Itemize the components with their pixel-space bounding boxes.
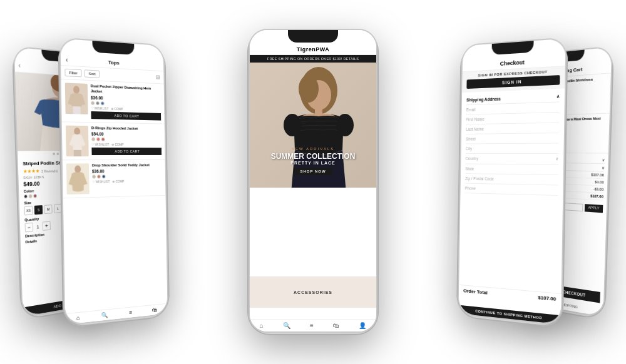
phone-left1: ‹ Tops Filter Sort ⊞ xyxy=(58,37,170,328)
menu-icon-l1[interactable]: ≡ xyxy=(129,309,132,315)
add-cart-2[interactable]: ADD TO CART xyxy=(91,148,162,155)
product-thumb-3 xyxy=(66,163,90,195)
sort-button[interactable]: Sort xyxy=(85,69,100,78)
phone-center: TigrenPWA FREE SHIPPING ON ORDERS OVER $… xyxy=(247,29,379,335)
add-cart-1[interactable]: ADD TO CART xyxy=(91,111,161,120)
scene: ‹ xyxy=(0,0,626,364)
hero-text: NEW ARRIVALS SUMMER COLLECTION PRETTY IN… xyxy=(250,147,376,175)
left1-bottom-nav: ⌂ 🔍 ≡ 🛍 xyxy=(65,303,168,325)
color-dot-2c[interactable] xyxy=(101,138,105,141)
cart-order-total-value: $107.00 xyxy=(590,194,603,198)
promo-banner[interactable]: FREE SHIPPING ON ORDERS OVER $100! DETAI… xyxy=(250,55,376,63)
nav-home-icon[interactable]: ⌂ xyxy=(260,322,264,329)
wishlist-link-3[interactable]: ♡ WISHLIST xyxy=(92,180,110,185)
product-item-1: Dual Pocket Zipper Drawstring Hem Jacket… xyxy=(61,79,165,124)
product-info-2: D-Rings Zip Hooded Jacket $54.00 ♡ WISHL… xyxy=(91,126,162,156)
qty-increase[interactable]: + xyxy=(43,221,51,231)
back-arrow-left1[interactable]: ‹ xyxy=(66,56,68,64)
center-app-header: TigrenPWA xyxy=(250,44,376,55)
svg-rect-9 xyxy=(74,149,81,156)
app-name: TigrenPWA xyxy=(297,46,329,53)
notch-right1 xyxy=(491,41,533,55)
product-info-3: Drop Shoulder Solid Teddy Jacket $36.00 … xyxy=(92,163,162,193)
grid-icon[interactable]: ⊞ xyxy=(156,74,160,80)
shop-now-button[interactable]: SHOP NOW xyxy=(294,168,332,175)
size-m[interactable]: M xyxy=(44,205,53,214)
size-xs[interactable]: XS xyxy=(24,206,33,215)
nav-bag-icon[interactable]: 🛍 xyxy=(333,322,339,329)
product-name-1: Dual Pocket Zipper Drawstring Hem Jacket xyxy=(91,84,161,96)
product-price-3: $36.00 xyxy=(92,169,162,174)
compare-link-2[interactable]: ⊕ COMP xyxy=(111,143,123,146)
back-icon-left2[interactable]: ‹ xyxy=(18,62,21,69)
product-name-2: D-Rings Zip Hooded Jacket xyxy=(91,126,162,132)
filter-button[interactable]: Filter xyxy=(64,69,82,78)
nav-user-icon[interactable]: 👤 xyxy=(359,322,366,329)
compare-link-1[interactable]: ⊕ COMP xyxy=(111,106,123,111)
product-item-2: D-Rings Zip Hooded Jacket $54.00 ♡ WISHL… xyxy=(62,122,165,160)
product-thumb-2 xyxy=(66,125,89,156)
notch-left1 xyxy=(92,41,134,55)
order-total-bar: Order Total $107.00 xyxy=(459,285,562,305)
wishlist-link-1[interactable]: ♡ WISHLIST xyxy=(91,106,108,110)
field-city[interactable]: City xyxy=(466,143,559,154)
bag-icon-l1[interactable]: 🛍 xyxy=(152,306,157,313)
product-thumb-1 xyxy=(65,83,88,114)
field-lastname[interactable]: Last Name xyxy=(466,123,559,134)
order-total-label: Order Total xyxy=(463,288,488,295)
center-bottom-nav: ⌂ 🔍 ≡ 🛍 👤 xyxy=(250,319,376,331)
product-item-3: Drop Shoulder Solid Teddy Jacket $36.00 … xyxy=(63,159,166,198)
subtotal-value: $107.00 xyxy=(591,173,604,177)
gift-options-toggle[interactable]: ∨ xyxy=(602,165,604,169)
hero-title: SUMMER COLLECTION xyxy=(250,152,376,161)
shipping-label: Shipping Address xyxy=(466,96,501,102)
tax-value: $3.00 xyxy=(595,180,603,185)
compare-link-3[interactable]: ⊕ COMP xyxy=(112,179,124,183)
svg-point-17 xyxy=(284,114,301,136)
color-dot-2b[interactable] xyxy=(96,138,100,141)
nav-menu-icon[interactable]: ≡ xyxy=(310,322,314,329)
size-s[interactable]: S xyxy=(34,205,43,215)
hero-section: NEW ARRIVALS SUMMER COLLECTION PRETTY IN… xyxy=(250,63,376,188)
color-dot-3b[interactable] xyxy=(97,175,101,179)
product-stars: ★★★★ xyxy=(23,168,40,174)
wishlist-link-2[interactable]: ♡ WISHLIST xyxy=(91,143,109,146)
svg-point-15 xyxy=(299,75,319,103)
color-option-dark[interactable] xyxy=(24,195,28,199)
nav-search-icon[interactable]: 🔍 xyxy=(283,322,290,329)
phone-right1: Checkout SIGN IN FOR EXPRESS CHECKOUT SI… xyxy=(456,37,568,328)
field-street[interactable]: Street xyxy=(466,133,559,144)
continue-shipping-button[interactable]: CONTINUE TO SHIPPING METHOD xyxy=(458,305,561,325)
qty-decrease[interactable]: − xyxy=(25,223,34,233)
color-dot-1a[interactable] xyxy=(91,101,95,104)
accessories-section[interactable]: ACCESSORIES xyxy=(250,276,376,308)
field-country[interactable]: Country∨ xyxy=(465,154,558,165)
color-dot-3c[interactable] xyxy=(102,175,106,179)
accessories-label: ACCESSORIES xyxy=(294,290,332,295)
discount-value: -$3.00 xyxy=(593,187,603,191)
color-dot-1b[interactable] xyxy=(96,101,100,104)
shipping-collapse-icon[interactable]: ∧ xyxy=(557,94,560,99)
order-total-value: $107.00 xyxy=(538,295,556,302)
search-icon-l1[interactable]: 🔍 xyxy=(101,311,108,318)
color-option-beige[interactable] xyxy=(29,194,33,198)
estimate-shipping-toggle[interactable]: ∨ xyxy=(602,158,605,162)
shipping-address-section: Shipping Address ∧ Email First Name Last… xyxy=(460,88,565,198)
new-arrivals-label: NEW ARRIVALS xyxy=(250,147,376,151)
color-dot-2a[interactable] xyxy=(91,138,95,141)
svg-point-18 xyxy=(336,114,354,136)
qty-value: 1 xyxy=(37,225,39,229)
home-icon-l1[interactable]: ⌂ xyxy=(76,315,80,321)
color-dot-3a[interactable] xyxy=(92,175,96,179)
product-name-3: Drop Shoulder Solid Teddy Jacket xyxy=(92,163,162,168)
review-count: 3 Review(s) xyxy=(41,169,58,173)
apply-discount-button[interactable]: APPLY xyxy=(585,204,603,213)
category-title: Tops xyxy=(108,59,120,66)
product-info-1: Dual Pocket Zipper Drawstring Hem Jacket… xyxy=(91,84,162,120)
hero-subtitle: PRETTY IN LACE xyxy=(250,161,376,165)
color-option-red[interactable] xyxy=(33,194,37,198)
color-dot-1c[interactable] xyxy=(101,101,105,105)
product-price-2: $54.00 xyxy=(91,132,162,137)
field-phone[interactable]: Phone xyxy=(465,184,558,196)
svg-rect-6 xyxy=(73,106,81,114)
